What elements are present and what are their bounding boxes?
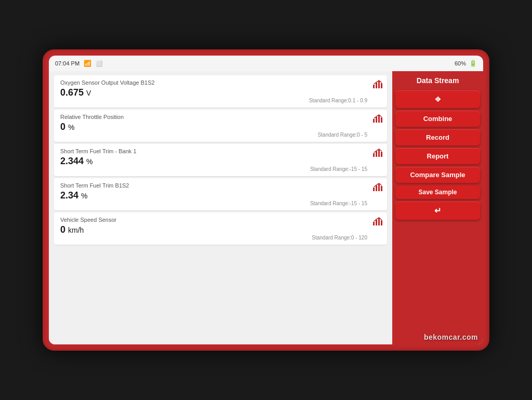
svg-rect-17 bbox=[376, 220, 377, 225]
status-right: 60% 🔋 bbox=[455, 60, 477, 67]
status-left: 07:04 PM 📶 ⬜ bbox=[55, 60, 103, 67]
chart-icon[interactable] bbox=[373, 182, 383, 194]
svg-rect-8 bbox=[373, 153, 375, 157]
device-frame: 07:04 PM 📶 ⬜ 60% 🔋 Oxygen Sensor Output … bbox=[43, 49, 489, 351]
sensor-value: 2.34 % bbox=[60, 190, 381, 201]
exit-icon: ⎆ bbox=[435, 95, 441, 103]
sensor-range: Standard Range:-15 - 15 bbox=[310, 201, 367, 206]
svg-rect-1 bbox=[376, 83, 377, 88]
svg-rect-15 bbox=[381, 186, 382, 191]
sensor-name: Relative Throttle Position bbox=[60, 114, 381, 120]
sensor-row: Oxygen Sensor Output Voltage B1S2 0.675 … bbox=[54, 75, 387, 108]
record-button[interactable]: Record bbox=[395, 129, 480, 145]
chart-icon[interactable] bbox=[373, 217, 383, 228]
svg-rect-4 bbox=[373, 119, 375, 123]
back-icon: ↵ bbox=[434, 206, 441, 215]
sensor-name: Vehicle Speed Sensor bbox=[60, 217, 381, 223]
svg-rect-11 bbox=[381, 152, 382, 157]
sensor-name: Short Term Fuel Trim - Bank 1 bbox=[60, 148, 381, 154]
svg-rect-19 bbox=[381, 220, 382, 225]
sensor-range: Standard Range:0 - 5 bbox=[317, 132, 367, 138]
battery-level: 60% bbox=[455, 60, 466, 66]
right-panel: Data Stream ⎆ Combine Record Report Comp… bbox=[392, 71, 483, 344]
svg-rect-12 bbox=[373, 188, 375, 191]
svg-rect-0 bbox=[373, 85, 375, 88]
chart-icon[interactable] bbox=[373, 148, 383, 159]
sensor-row: Short Term Fuel Trim - Bank 1 2.344 % St… bbox=[54, 144, 387, 176]
svg-rect-14 bbox=[378, 184, 380, 191]
chart-icon[interactable] bbox=[373, 114, 383, 125]
sensor-range: Standard Range:0 - 120 bbox=[312, 235, 367, 241]
svg-rect-18 bbox=[378, 218, 380, 225]
combine-button[interactable]: Combine bbox=[395, 111, 480, 127]
sensor-value: 0 % bbox=[60, 122, 381, 132]
svg-rect-5 bbox=[376, 117, 377, 123]
sensor-name: Oxygen Sensor Output Voltage B1S2 bbox=[60, 79, 381, 86]
screen-content: Oxygen Sensor Output Voltage B1S2 0.675 … bbox=[49, 71, 483, 344]
svg-rect-7 bbox=[381, 117, 382, 123]
panel-title: Data Stream bbox=[395, 74, 480, 88]
svg-rect-2 bbox=[378, 81, 380, 88]
report-button[interactable]: Report bbox=[395, 148, 480, 164]
svg-rect-16 bbox=[373, 222, 375, 225]
sensor-row: Short Term Fuel Trim B1S2 2.34 % Standar… bbox=[54, 178, 387, 210]
sensor-range: Standard Range:-15 - 15 bbox=[310, 166, 367, 172]
sensor-value: 2.344 % bbox=[60, 156, 381, 167]
data-panel: Oxygen Sensor Output Voltage B1S2 0.675 … bbox=[49, 71, 392, 344]
save-sample-partial: Save Sample bbox=[395, 185, 480, 199]
sensor-value: 0 km/h bbox=[60, 224, 381, 235]
chart-icon[interactable] bbox=[373, 79, 383, 91]
sensor-range: Standard Range:0.1 - 0.9 bbox=[309, 98, 367, 103]
svg-rect-9 bbox=[376, 151, 377, 157]
screen: 07:04 PM 📶 ⬜ 60% 🔋 Oxygen Sensor Output … bbox=[49, 56, 483, 344]
sensor-row: Vehicle Speed Sensor 0 km/h Standard Ran… bbox=[54, 212, 387, 245]
sensor-name: Short Term Fuel Trim B1S2 bbox=[60, 182, 381, 189]
battery-icon: 🔋 bbox=[469, 60, 477, 67]
svg-rect-10 bbox=[378, 150, 380, 157]
back-bottom-button[interactable]: ↵ bbox=[395, 202, 480, 220]
svg-rect-6 bbox=[378, 115, 380, 123]
back-top-button[interactable]: ⎆ bbox=[395, 90, 480, 108]
time-display: 07:04 PM bbox=[55, 60, 79, 66]
svg-rect-13 bbox=[376, 185, 377, 191]
status-bar: 07:04 PM 📶 ⬜ 60% 🔋 bbox=[49, 56, 483, 71]
svg-rect-3 bbox=[381, 83, 382, 88]
wifi-icon: 📶 bbox=[84, 60, 91, 67]
sensor-value: 0.675 V bbox=[60, 87, 381, 98]
compare-sample-button[interactable]: Compare Sample bbox=[395, 167, 480, 183]
sensor-row: Relative Throttle Position 0 % Standard … bbox=[54, 110, 387, 142]
screen-icon: ⬜ bbox=[96, 60, 103, 67]
watermark: bekomcar.com bbox=[424, 333, 478, 341]
